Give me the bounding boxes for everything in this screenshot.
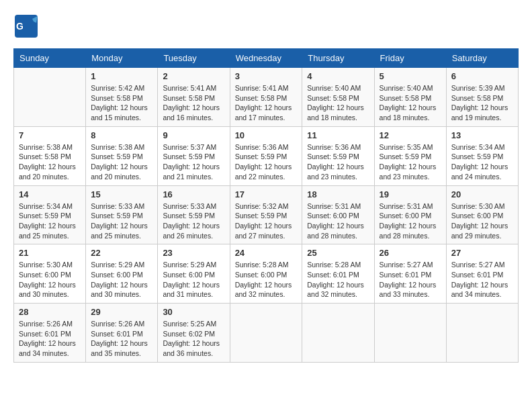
calendar-cell: 21Sunrise: 5:30 AMSunset: 6:00 PMDayligh…: [14, 244, 86, 304]
day-number: 4: [307, 71, 369, 81]
calendar-cell: 23Sunrise: 5:29 AMSunset: 6:00 PMDayligh…: [158, 244, 230, 304]
day-number: 14: [19, 189, 81, 199]
calendar-week-row: 1Sunrise: 5:42 AMSunset: 5:58 PMDaylight…: [14, 68, 519, 127]
day-number: 10: [235, 130, 298, 140]
calendar-cell: 4Sunrise: 5:40 AMSunset: 5:58 PMDaylight…: [302, 68, 374, 127]
calendar-day-header: Wednesday: [230, 49, 302, 68]
calendar-cell: [446, 304, 518, 363]
calendar-cell: 12Sunrise: 5:35 AMSunset: 5:59 PMDayligh…: [374, 126, 446, 185]
day-info: Sunrise: 5:31 AMSunset: 6:00 PMDaylight:…: [307, 201, 369, 241]
day-info: Sunrise: 5:35 AMSunset: 5:59 PMDaylight:…: [380, 142, 441, 182]
calendar-cell: 9Sunrise: 5:37 AMSunset: 5:59 PMDaylight…: [158, 126, 230, 185]
day-info: Sunrise: 5:28 AMSunset: 6:00 PMDaylight:…: [235, 260, 298, 300]
calendar-cell: 17Sunrise: 5:32 AMSunset: 5:59 PMDayligh…: [230, 185, 302, 244]
calendar-cell: 3Sunrise: 5:41 AMSunset: 5:58 PMDaylight…: [230, 68, 302, 127]
day-number: 30: [163, 307, 224, 317]
day-info: Sunrise: 5:29 AMSunset: 6:00 PMDaylight:…: [91, 260, 152, 300]
day-info: Sunrise: 5:38 AMSunset: 5:59 PMDaylight:…: [91, 142, 152, 182]
calendar-cell: 10Sunrise: 5:36 AMSunset: 5:59 PMDayligh…: [230, 126, 302, 185]
calendar-week-row: 21Sunrise: 5:30 AMSunset: 6:00 PMDayligh…: [14, 244, 519, 304]
calendar-cell: [14, 68, 86, 127]
day-info: Sunrise: 5:34 AMSunset: 5:59 PMDaylight:…: [451, 142, 513, 182]
page-header: G: [13, 13, 519, 42]
day-info: Sunrise: 5:26 AMSunset: 6:01 PMDaylight:…: [91, 319, 152, 359]
day-number: 11: [307, 130, 369, 140]
calendar-cell: 24Sunrise: 5:28 AMSunset: 6:00 PMDayligh…: [230, 244, 302, 304]
day-info: Sunrise: 5:27 AMSunset: 6:01 PMDaylight:…: [380, 260, 441, 300]
day-number: 25: [307, 248, 369, 258]
calendar-cell: 29Sunrise: 5:26 AMSunset: 6:01 PMDayligh…: [86, 304, 158, 363]
day-info: Sunrise: 5:36 AMSunset: 5:59 PMDaylight:…: [307, 142, 369, 182]
calendar-cell: 14Sunrise: 5:34 AMSunset: 5:59 PMDayligh…: [14, 185, 86, 244]
day-number: 19: [380, 189, 441, 199]
calendar-cell: 13Sunrise: 5:34 AMSunset: 5:59 PMDayligh…: [446, 126, 518, 185]
day-number: 17: [235, 189, 298, 199]
calendar-cell: 1Sunrise: 5:42 AMSunset: 5:58 PMDaylight…: [86, 68, 158, 127]
calendar-cell: [302, 304, 374, 363]
day-number: 21: [19, 248, 81, 258]
calendar-day-header: Thursday: [302, 49, 374, 68]
calendar-cell: 27Sunrise: 5:27 AMSunset: 6:01 PMDayligh…: [446, 244, 518, 304]
calendar-cell: 22Sunrise: 5:29 AMSunset: 6:00 PMDayligh…: [86, 244, 158, 304]
calendar-cell: 20Sunrise: 5:30 AMSunset: 6:00 PMDayligh…: [446, 185, 518, 244]
calendar-day-header: Monday: [86, 49, 158, 68]
day-info: Sunrise: 5:27 AMSunset: 6:01 PMDaylight:…: [451, 260, 513, 300]
day-info: Sunrise: 5:42 AMSunset: 5:58 PMDaylight:…: [91, 83, 152, 123]
day-number: 27: [451, 248, 513, 258]
calendar-cell: [374, 304, 446, 363]
day-info: Sunrise: 5:30 AMSunset: 6:00 PMDaylight:…: [451, 201, 513, 241]
day-info: Sunrise: 5:32 AMSunset: 5:59 PMDaylight:…: [235, 201, 298, 241]
calendar-week-row: 28Sunrise: 5:26 AMSunset: 6:01 PMDayligh…: [14, 304, 519, 363]
calendar-day-header: Saturday: [446, 49, 518, 68]
day-number: 6: [451, 71, 513, 81]
day-number: 16: [163, 189, 224, 199]
day-info: Sunrise: 5:26 AMSunset: 6:01 PMDaylight:…: [19, 319, 81, 359]
day-number: 8: [91, 130, 152, 140]
calendar-cell: 16Sunrise: 5:33 AMSunset: 5:59 PMDayligh…: [158, 185, 230, 244]
day-info: Sunrise: 5:28 AMSunset: 6:01 PMDaylight:…: [307, 260, 369, 300]
calendar-cell: 6Sunrise: 5:39 AMSunset: 5:58 PMDaylight…: [446, 68, 518, 127]
day-number: 7: [19, 130, 81, 140]
day-number: 26: [380, 248, 441, 258]
svg-text:G: G: [16, 21, 24, 32]
day-info: Sunrise: 5:30 AMSunset: 6:00 PMDaylight:…: [19, 260, 81, 300]
day-info: Sunrise: 5:33 AMSunset: 5:59 PMDaylight:…: [163, 201, 224, 241]
day-info: Sunrise: 5:40 AMSunset: 5:58 PMDaylight:…: [307, 83, 369, 123]
calendar-cell: 19Sunrise: 5:31 AMSunset: 6:00 PMDayligh…: [374, 185, 446, 244]
day-number: 3: [235, 71, 298, 81]
calendar-week-row: 14Sunrise: 5:34 AMSunset: 5:59 PMDayligh…: [14, 185, 519, 244]
logo: G: [13, 13, 42, 42]
calendar-cell: 28Sunrise: 5:26 AMSunset: 6:01 PMDayligh…: [14, 304, 86, 363]
calendar-cell: 30Sunrise: 5:25 AMSunset: 6:02 PMDayligh…: [158, 304, 230, 363]
calendar-table: SundayMondayTuesdayWednesdayThursdayFrid…: [13, 48, 519, 363]
calendar-cell: 18Sunrise: 5:31 AMSunset: 6:00 PMDayligh…: [302, 185, 374, 244]
day-info: Sunrise: 5:36 AMSunset: 5:59 PMDaylight:…: [235, 142, 298, 182]
calendar-cell: 8Sunrise: 5:38 AMSunset: 5:59 PMDaylight…: [86, 126, 158, 185]
day-info: Sunrise: 5:25 AMSunset: 6:02 PMDaylight:…: [163, 319, 224, 359]
day-info: Sunrise: 5:41 AMSunset: 5:58 PMDaylight:…: [163, 83, 224, 123]
day-info: Sunrise: 5:38 AMSunset: 5:58 PMDaylight:…: [19, 142, 81, 182]
day-info: Sunrise: 5:37 AMSunset: 5:59 PMDaylight:…: [163, 142, 224, 182]
day-number: 2: [163, 71, 224, 81]
calendar-day-header: Friday: [374, 49, 446, 68]
day-number: 9: [163, 130, 224, 140]
day-number: 1: [91, 71, 152, 81]
day-info: Sunrise: 5:34 AMSunset: 5:59 PMDaylight:…: [19, 201, 81, 241]
calendar-cell: [230, 304, 302, 363]
day-number: 5: [380, 71, 441, 81]
day-info: Sunrise: 5:29 AMSunset: 6:00 PMDaylight:…: [163, 260, 224, 300]
calendar-cell: 25Sunrise: 5:28 AMSunset: 6:01 PMDayligh…: [302, 244, 374, 304]
day-number: 13: [451, 130, 513, 140]
calendar-cell: 2Sunrise: 5:41 AMSunset: 5:58 PMDaylight…: [158, 68, 230, 127]
day-number: 15: [91, 189, 152, 199]
calendar-week-row: 7Sunrise: 5:38 AMSunset: 5:58 PMDaylight…: [14, 126, 519, 185]
logo-icon: G: [13, 13, 39, 39]
calendar-cell: 26Sunrise: 5:27 AMSunset: 6:01 PMDayligh…: [374, 244, 446, 304]
day-number: 18: [307, 189, 369, 199]
day-number: 22: [91, 248, 152, 258]
calendar-header-row: SundayMondayTuesdayWednesdayThursdayFrid…: [14, 49, 519, 68]
day-number: 29: [91, 307, 152, 317]
calendar-cell: 11Sunrise: 5:36 AMSunset: 5:59 PMDayligh…: [302, 126, 374, 185]
calendar-day-header: Sunday: [14, 49, 86, 68]
day-info: Sunrise: 5:39 AMSunset: 5:58 PMDaylight:…: [451, 83, 513, 123]
